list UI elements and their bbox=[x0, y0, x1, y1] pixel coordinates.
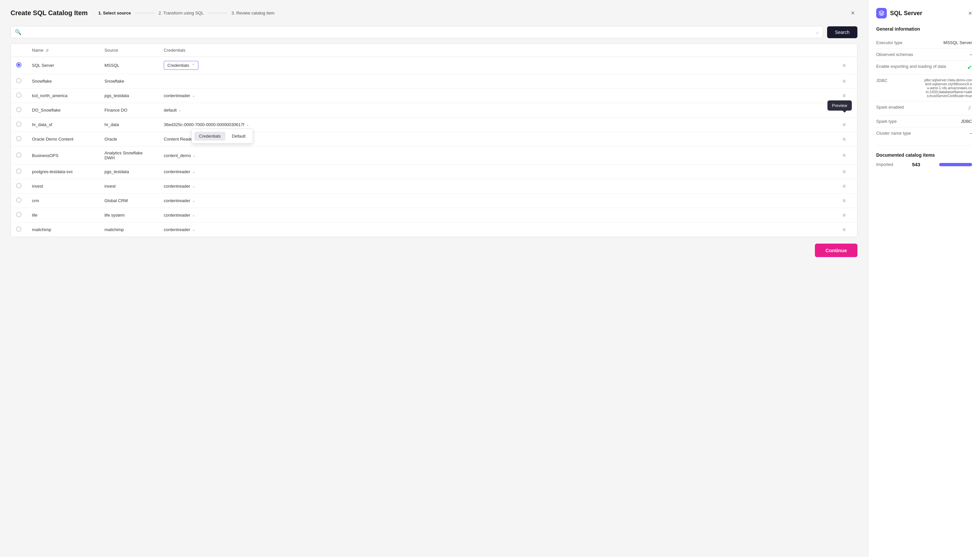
chevron-down-icon: ⌄ bbox=[192, 199, 195, 203]
detail-icon[interactable]: ≡ bbox=[843, 152, 846, 158]
detail-icon[interactable]: ≡ bbox=[843, 78, 846, 84]
chevron-down-icon: ⌄ bbox=[192, 169, 195, 174]
col-credentials: Credentials bbox=[158, 44, 837, 57]
info-row-4: Spark enabled✗ bbox=[876, 101, 972, 116]
detail-icon[interactable]: ≡ bbox=[843, 136, 846, 142]
chevron-up-icon: ⌃ bbox=[192, 63, 195, 67]
table-row[interactable]: Oracle Demo ContentOracleContent Reader⌄… bbox=[11, 132, 857, 147]
table-row[interactable]: SQL ServerMSSQLCredentials⌃≡ bbox=[11, 57, 857, 74]
detail-icon[interactable]: ≡ bbox=[843, 198, 846, 204]
search-bar: 🔍 ⌄ Search bbox=[11, 26, 858, 38]
info-row-2: Enable exporting and loading of data✔ bbox=[876, 60, 972, 75]
row-radio-cell bbox=[11, 208, 27, 223]
table-row[interactable]: crmGlobal CRMcontentreader⌄≡ bbox=[11, 194, 857, 208]
search-input[interactable] bbox=[24, 29, 813, 35]
close-button[interactable]: × bbox=[848, 8, 858, 18]
layers-icon bbox=[879, 10, 884, 16]
radio-button[interactable] bbox=[16, 93, 21, 98]
info-row-1: Observed schemas– bbox=[876, 49, 972, 60]
credentials-value: Credentials bbox=[167, 63, 189, 68]
radio-button[interactable] bbox=[16, 226, 21, 232]
sort-icon[interactable]: ⇵ bbox=[46, 48, 49, 52]
info-label: Spark type bbox=[876, 119, 919, 124]
preview-tooltip: Preview bbox=[827, 100, 852, 111]
detail-icon[interactable]: ≡ bbox=[843, 183, 846, 189]
continue-button[interactable]: Continue bbox=[815, 244, 858, 257]
page-title: Create SQL Catalog Item bbox=[11, 9, 88, 17]
dropdown-item-credentials[interactable]: Credentials bbox=[194, 132, 225, 140]
detail-icon[interactable]: ≡ bbox=[843, 93, 846, 98]
chevron-down-icon: ⌄ bbox=[179, 108, 181, 112]
row-credentials: Content Reader⌄ bbox=[158, 132, 837, 147]
right-panel: SQL Server × General information Executo… bbox=[868, 0, 980, 557]
imported-label: Imported bbox=[876, 162, 893, 167]
row-name: Snowflake bbox=[27, 74, 99, 88]
radio-button[interactable] bbox=[16, 152, 21, 158]
credentials-value: contentreader bbox=[164, 213, 190, 218]
table-row[interactable]: postgres-testdata-svcpgs_testdatacontent… bbox=[11, 164, 857, 179]
radio-button[interactable] bbox=[16, 62, 21, 67]
credentials-plain[interactable]: content_demo⌄ bbox=[164, 153, 196, 158]
radio-button[interactable] bbox=[16, 78, 21, 83]
table-row[interactable]: SnowflakeSnowflake≡ bbox=[11, 74, 857, 88]
detail-icon[interactable]: ≡ bbox=[843, 122, 846, 127]
row-credentials: 36ed325c-0000-7000-0000-00000030617f⌄ bbox=[158, 117, 837, 132]
row-name: Oracle Demo Content bbox=[27, 132, 99, 147]
radio-button[interactable] bbox=[16, 183, 21, 188]
credentials-plain[interactable]: contentreader⌄ bbox=[164, 198, 195, 203]
table-row[interactable]: investinvestcontentreader⌄≡ bbox=[11, 179, 857, 194]
detail-icon[interactable]: ≡ bbox=[843, 169, 846, 174]
row-credentials: contentreader⌄ bbox=[158, 164, 837, 179]
row-credentials: default⌄ bbox=[158, 103, 837, 117]
row-source: invest bbox=[99, 179, 158, 194]
radio-button[interactable] bbox=[16, 197, 21, 203]
table-body: SQL ServerMSSQLCredentials⌃≡SnowflakeSno… bbox=[11, 57, 857, 237]
row-credentials: contentreader⌄ bbox=[158, 88, 837, 103]
credentials-plain[interactable]: default⌄ bbox=[164, 107, 181, 112]
radio-button[interactable] bbox=[16, 136, 21, 141]
source-table: Name ⇵ Source Credentials SQL ServerMSSQ… bbox=[11, 44, 857, 237]
panel-icon bbox=[876, 8, 887, 18]
step-1: 1. Select source bbox=[98, 11, 131, 15]
credentials-select[interactable]: Credentials⌃ bbox=[164, 61, 198, 70]
chevron-down-icon[interactable]: ⌄ bbox=[815, 30, 819, 34]
table-row[interactable]: BusinessOPSAnalytics Snowflake DWHconten… bbox=[11, 147, 857, 164]
detail-icon[interactable]: ≡ bbox=[843, 212, 846, 218]
table-row[interactable]: lifelife systemcontentreader⌄≡ bbox=[11, 208, 857, 223]
row-source: MSSQL bbox=[99, 57, 158, 74]
info-row-5: Spark typeJDBC bbox=[876, 116, 972, 127]
radio-button[interactable] bbox=[16, 169, 21, 174]
credentials-plain[interactable]: 36ed325c-0000-7000-0000-00000030617f⌄ bbox=[164, 122, 249, 127]
dropdown-item-default[interactable]: Default bbox=[227, 132, 250, 140]
radio-button[interactable] bbox=[16, 107, 21, 112]
table-row[interactable]: DO_SnowflakeFinance DOdefault⌄≡ bbox=[11, 103, 857, 117]
credentials-plain[interactable]: contentreader⌄ bbox=[164, 227, 195, 232]
panel-close-button[interactable]: × bbox=[968, 10, 972, 17]
detail-icon[interactable]: ≡ bbox=[843, 62, 846, 68]
col-name: Name ⇵ bbox=[27, 44, 99, 57]
table-row[interactable]: tcd_north_americapgs_testdatacontentread… bbox=[11, 88, 857, 103]
steps-nav: 1. Select source 2. Transform using SQL … bbox=[98, 11, 274, 15]
row-source: Global CRM bbox=[99, 194, 158, 208]
credentials-plain[interactable]: contentreader⌄ bbox=[164, 93, 195, 98]
header: Create SQL Catalog Item 1. Select source… bbox=[11, 8, 858, 18]
table-row[interactable]: mailchimpmailchimpcontentreader⌄≡ bbox=[11, 223, 857, 237]
detail-icon[interactable]: ≡ bbox=[843, 227, 846, 233]
radio-button[interactable] bbox=[16, 122, 21, 127]
credentials-value: contentreader bbox=[164, 93, 190, 98]
search-button[interactable]: Search bbox=[827, 26, 858, 38]
row-actions: ≡ bbox=[837, 164, 857, 179]
table-row[interactable]: hr_data_sfhr_data36ed325c-0000-7000-0000… bbox=[11, 117, 857, 132]
info-value: jdbc:sqlserver://ata-demo-content-sqlser… bbox=[924, 78, 972, 98]
credentials-value: Content Reader bbox=[164, 137, 194, 142]
right-panel-header: SQL Server × bbox=[876, 8, 972, 18]
credentials-plain[interactable]: contentreader⌄ bbox=[164, 184, 195, 189]
info-value: MSSQL Server bbox=[943, 40, 972, 45]
row-source: Snowflake bbox=[99, 74, 158, 88]
credentials-plain[interactable]: contentreader⌄ bbox=[164, 213, 195, 218]
radio-button[interactable] bbox=[16, 212, 21, 217]
row-actions: ≡ bbox=[837, 194, 857, 208]
credentials-plain[interactable]: contentreader⌄ bbox=[164, 169, 195, 174]
info-value: ✗ bbox=[967, 105, 972, 112]
row-actions: ≡ bbox=[837, 132, 857, 147]
